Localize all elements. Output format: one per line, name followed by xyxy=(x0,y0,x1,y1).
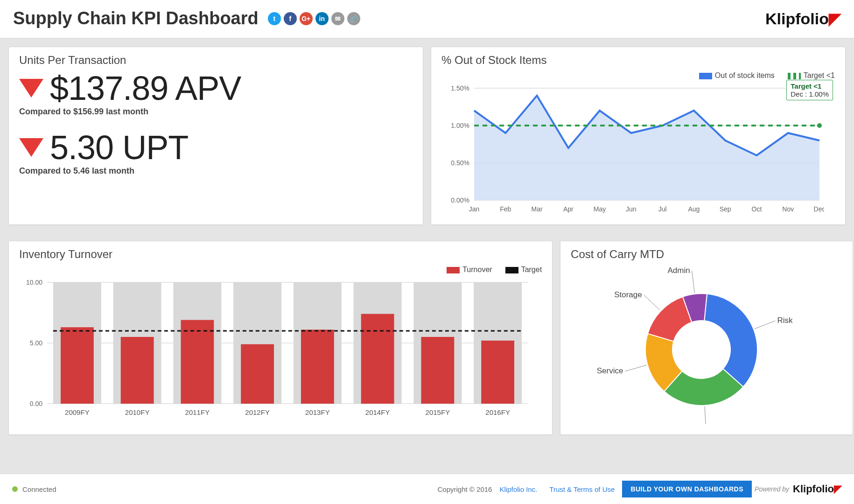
trend-down-icon xyxy=(19,138,43,157)
company-link[interactable]: Klipfolio Inc. xyxy=(499,485,537,493)
svg-text:Jan: Jan xyxy=(469,205,480,213)
svg-line-53 xyxy=(755,327,760,329)
copyright: Copyright © 2016 xyxy=(438,485,492,493)
card-title: % Out of Stock Items xyxy=(441,54,835,67)
svg-text:Service: Service xyxy=(597,366,623,375)
card-title: Units Per Transaction xyxy=(19,54,413,67)
header: Supply Chain KPI Dashboard t f G+ in ✉ 🔗… xyxy=(0,0,854,38)
email-icon[interactable]: ✉ xyxy=(331,12,344,25)
upt-compare: Compared to 5.46 last month xyxy=(19,166,413,176)
svg-text:10.00: 10.00 xyxy=(26,279,42,286)
legend-target: Target xyxy=(521,266,542,273)
svg-text:Oct: Oct xyxy=(752,205,762,213)
svg-text:1.50%: 1.50% xyxy=(451,84,469,92)
svg-rect-32 xyxy=(121,337,154,404)
svg-text:2009FY: 2009FY xyxy=(65,408,90,416)
svg-rect-44 xyxy=(361,314,394,404)
social-share: t f G+ in ✉ 🔗 xyxy=(268,12,360,25)
svg-text:May: May xyxy=(594,205,606,213)
page-title: Supply Chain KPI Dashboard xyxy=(13,8,259,28)
footer: Connected Copyright © 2016 Klipfolio Inc… xyxy=(0,474,854,504)
svg-rect-35 xyxy=(181,320,214,404)
svg-line-62 xyxy=(656,307,660,310)
svg-line-57 xyxy=(705,412,706,424)
apv-compare: Compared to $156.99 last month xyxy=(19,107,413,117)
svg-text:5.00: 5.00 xyxy=(30,339,42,347)
svg-rect-47 xyxy=(421,337,454,404)
svg-point-21 xyxy=(817,123,822,128)
svg-text:2013FY: 2013FY xyxy=(305,408,330,416)
svg-text:Risk: Risk xyxy=(777,316,793,325)
svg-text:2015FY: 2015FY xyxy=(426,408,450,416)
card-cost-of-carry: Cost of Carry MTD RiskFreightServiceStor… xyxy=(560,241,853,435)
svg-rect-38 xyxy=(241,344,274,404)
svg-text:Dec: Dec xyxy=(814,205,824,213)
twitter-icon[interactable]: t xyxy=(268,12,281,25)
svg-text:Aug: Aug xyxy=(688,205,700,213)
cost-of-carry-chart[interactable]: RiskFreightServiceStorageAdmin xyxy=(571,266,832,424)
svg-text:2011FY: 2011FY xyxy=(185,408,210,416)
svg-line-56 xyxy=(705,406,705,412)
terms-link[interactable]: Trust & Terms of Use xyxy=(549,485,615,493)
chart-tooltip: Target <1 Dec : 1.00% xyxy=(786,80,833,100)
legend: Turnover Target xyxy=(19,266,542,274)
svg-line-59 xyxy=(641,365,647,366)
svg-text:Jun: Jun xyxy=(626,205,637,213)
svg-text:0.00%: 0.00% xyxy=(451,196,469,204)
status-dot-icon xyxy=(12,486,18,492)
card-title: Inventory Turnover xyxy=(19,248,542,261)
svg-text:Feb: Feb xyxy=(500,205,511,213)
apv-value: $137.89 APV xyxy=(50,71,241,105)
card-units-per-transaction: Units Per Transaction $137.89 APV Compar… xyxy=(8,47,423,225)
svg-line-54 xyxy=(760,321,776,327)
svg-line-63 xyxy=(644,295,656,307)
upt-value: 5.30 UPT xyxy=(50,131,188,164)
legend-series: Turnover xyxy=(462,266,492,273)
powered-by: Powered by xyxy=(755,485,789,493)
svg-rect-29 xyxy=(61,327,94,404)
build-dashboards-button[interactable]: BUILD YOUR OWN DASHBOARDS xyxy=(622,481,752,497)
google-plus-icon[interactable]: G+ xyxy=(300,12,313,25)
link-icon[interactable]: 🔗 xyxy=(347,12,360,25)
svg-text:Apr: Apr xyxy=(563,205,574,213)
svg-text:0.50%: 0.50% xyxy=(451,159,469,167)
linkedin-icon[interactable]: in xyxy=(315,12,329,25)
legend: Out of stock items Target <1 xyxy=(441,71,835,80)
card-inventory-turnover: Inventory Turnover Turnover Target 0.005… xyxy=(8,241,553,435)
legend-series: Out of stock items xyxy=(715,71,775,79)
svg-line-66 xyxy=(692,271,694,287)
trend-down-icon xyxy=(19,79,43,98)
svg-text:2014FY: 2014FY xyxy=(365,408,390,416)
inventory-turnover-chart[interactable]: 0.005.0010.002009FY2010FY2011FY2012FY201… xyxy=(19,278,532,418)
svg-text:Storage: Storage xyxy=(614,290,642,299)
svg-text:2010FY: 2010FY xyxy=(125,408,150,416)
svg-text:2016FY: 2016FY xyxy=(485,408,510,416)
svg-text:Jul: Jul xyxy=(658,205,667,213)
card-out-of-stock: % Out of Stock Items Out of stock items … xyxy=(431,47,846,225)
svg-text:Admin: Admin xyxy=(668,266,690,275)
out-of-stock-chart[interactable]: 0.00%0.50%1.00%1.50%JanFebMarAprMayJunJu… xyxy=(441,84,824,214)
legend-target: Target <1 xyxy=(804,71,835,79)
svg-text:Sep: Sep xyxy=(720,205,731,213)
card-title: Cost of Carry MTD xyxy=(571,248,842,261)
svg-text:Nov: Nov xyxy=(782,205,794,213)
svg-rect-50 xyxy=(481,341,514,404)
svg-text:Mar: Mar xyxy=(531,205,542,213)
svg-rect-41 xyxy=(301,329,334,404)
svg-line-60 xyxy=(625,367,642,371)
brand-logo: Klipfolio◤ xyxy=(765,9,841,28)
svg-line-65 xyxy=(694,287,694,293)
facebook-icon[interactable]: f xyxy=(284,12,297,25)
svg-text:2012FY: 2012FY xyxy=(245,408,270,416)
brand-logo-small: Klipfolio◤ xyxy=(793,483,842,495)
svg-text:1.00%: 1.00% xyxy=(451,122,469,129)
svg-text:0.00: 0.00 xyxy=(30,400,42,407)
connection-status: Connected xyxy=(12,485,56,493)
